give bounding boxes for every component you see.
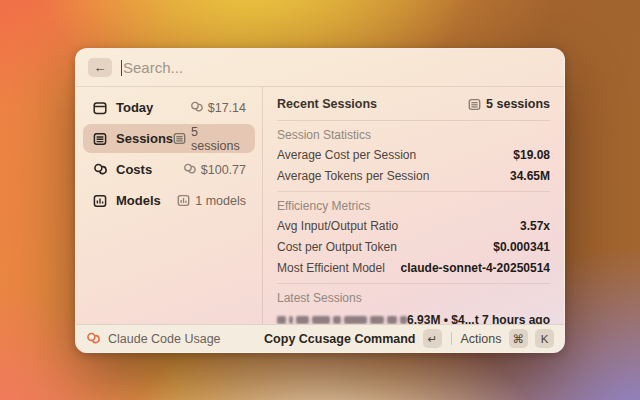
barchart-icon: [177, 194, 190, 207]
footer-app: Claude Code Usage: [86, 332, 264, 346]
meta-label: Most Efficient Model: [277, 261, 385, 275]
sidebar-item-value: 5 sessions: [191, 125, 246, 153]
sidebar-item-accessory: $17.14: [190, 101, 246, 115]
section-latest-sessions: Latest Sessions 6.93M • $4...t 7 hours a…: [277, 284, 550, 324]
barchart-icon: [92, 193, 107, 208]
footer-bar: Claude Code Usage Copy Ccusage Command ↵…: [76, 324, 564, 352]
sidebar-list: Today $17.14 Sessions 5 session: [76, 87, 263, 324]
meta-value: $0.000341: [493, 240, 550, 254]
meta-row: Most Efficient Model claude-sonnet-4-202…: [277, 261, 550, 275]
sessions-icon: [173, 132, 186, 145]
sidebar-item-label: Sessions: [116, 131, 173, 146]
sidebar-item-sessions[interactable]: Sessions 5 sessions: [83, 124, 255, 153]
meta-value: claude-sonnet-4-20250514: [401, 261, 550, 275]
copy-ccusage-command-label: Copy Ccusage Command: [264, 332, 415, 346]
cmd-key-icon: ⌘: [509, 329, 529, 348]
sidebar-item-label: Today: [116, 100, 190, 115]
sidebar-item-models[interactable]: Models 1 models: [83, 186, 255, 215]
meta-row: Cost per Output Token $0.000341: [277, 240, 550, 254]
footer-app-title: Claude Code Usage: [108, 332, 221, 346]
sidebar-item-accessory: $100.77: [183, 163, 246, 177]
coins-icon: [183, 163, 196, 176]
meta-value: 34.65M: [510, 169, 550, 183]
meta-value: $19.08: [513, 148, 550, 162]
sessions-icon: [468, 98, 481, 111]
search-bar: ←: [76, 49, 564, 87]
section-title: Latest Sessions: [277, 291, 550, 305]
detail-header: Recent Sessions 5 sessions: [277, 87, 550, 121]
coins-icon: [92, 162, 107, 177]
text-caret: [121, 60, 122, 76]
meta-row: Avg Input/Output Ratio 3.57x: [277, 219, 550, 233]
meta-label: Average Tokens per Session: [277, 169, 429, 183]
section-session-statistics: Session Statistics Average Cost per Sess…: [277, 121, 550, 192]
detail-header-value: 5 sessions: [468, 97, 550, 111]
section-efficiency-metrics: Efficiency Metrics Avg Input/Output Rati…: [277, 192, 550, 284]
sidebar-item-value: $100.77: [201, 163, 246, 177]
coins-icon: [86, 332, 100, 346]
calendar-icon: [92, 100, 107, 115]
sessions-icon: [92, 131, 107, 146]
meta-value: 3.57x: [520, 219, 550, 233]
sidebar-item-accessory: 5 sessions: [173, 125, 246, 153]
actions-button[interactable]: Actions ⌘ K: [461, 329, 555, 348]
redacted-text: [277, 316, 407, 324]
sidebar-item-value: $17.14: [208, 101, 246, 115]
session-row: 6.93M • $4...t 7 hours ago: [277, 311, 550, 324]
sidebar-item-label: Costs: [116, 162, 183, 177]
sidebar-item-today[interactable]: Today $17.14: [83, 93, 255, 122]
detail-header-count: 5 sessions: [486, 97, 550, 111]
section-title: Efficiency Metrics: [277, 199, 550, 213]
actions-label: Actions: [461, 332, 502, 346]
detail-panel: Recent Sessions 5 sessions Session Stati…: [263, 87, 564, 324]
k-key-icon: K: [535, 329, 554, 348]
footer-divider: [451, 332, 452, 345]
main-area: Today $17.14 Sessions 5 session: [76, 87, 564, 324]
meta-label: Cost per Output Token: [277, 240, 397, 254]
launcher-window: ← Today $17.14: [75, 48, 565, 353]
sidebar-item-label: Models: [116, 193, 177, 208]
sidebar-item-accessory: 1 models: [177, 194, 246, 208]
search-input-wrap: [121, 59, 552, 76]
sidebar-item-costs[interactable]: Costs $100.77: [83, 155, 255, 184]
coins-icon: [190, 101, 203, 114]
detail-header-label: Recent Sessions: [277, 97, 377, 111]
meta-row: Average Cost per Session $19.08: [277, 148, 550, 162]
copy-ccusage-command-button[interactable]: Copy Ccusage Command ↵: [264, 329, 441, 348]
sidebar-item-value: 1 models: [195, 194, 246, 208]
session-row-value: 6.93M • $4...t 7 hours ago: [407, 313, 550, 325]
back-arrow-icon: ←: [94, 60, 107, 75]
meta-label: Avg Input/Output Ratio: [277, 219, 398, 233]
enter-key-icon: ↵: [423, 329, 442, 348]
search-input[interactable]: [123, 59, 552, 76]
meta-label: Average Cost per Session: [277, 148, 416, 162]
back-button[interactable]: ←: [88, 58, 112, 77]
meta-row: Average Tokens per Session 34.65M: [277, 169, 550, 183]
section-title: Session Statistics: [277, 128, 550, 142]
